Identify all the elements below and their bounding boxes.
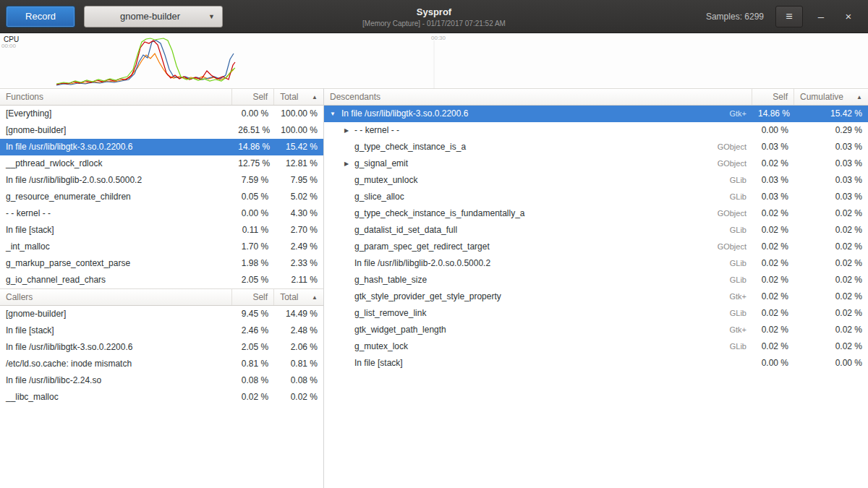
column-header-cumulative[interactable]: Cumulative▲ bbox=[794, 89, 868, 105]
sort-arrow-icon: ▲ bbox=[307, 294, 318, 301]
tree-row[interactable]: g_mutex_unlock GLib 0.03 % 0.03 % bbox=[324, 172, 868, 189]
function-name: g_markup_parse_context_parse bbox=[0, 255, 232, 272]
cpu-graph-canvas bbox=[0, 33, 868, 88]
cumulative-value: 0.02 % bbox=[794, 322, 868, 338]
self-value: 7.59 % bbox=[232, 172, 274, 189]
menu-button[interactable]: ≡ bbox=[775, 6, 803, 27]
cumulative-value: 0.02 % bbox=[794, 205, 868, 222]
table-row[interactable]: g_resource_enumerate_children 0.05 % 5.0… bbox=[0, 189, 323, 205]
tree-row[interactable]: gtk_style_provider_get_style_property Gt… bbox=[324, 288, 868, 305]
close-button[interactable]: × bbox=[839, 10, 858, 22]
self-value: 0.02 % bbox=[752, 305, 794, 322]
descendant-name: g_type_check_instance_is_a bbox=[354, 139, 466, 155]
column-label: Descendants bbox=[330, 92, 380, 102]
library-badge: GLib bbox=[724, 338, 746, 355]
tree-row[interactable]: g_mutex_lock GLib 0.02 % 0.02 % bbox=[324, 338, 868, 355]
table-row-selected[interactable]: In file /usr/lib/libgtk-3.so.0.2200.6 14… bbox=[0, 139, 323, 155]
caller-name: In file /usr/lib/libgtk-3.so.0.2200.6 bbox=[0, 339, 232, 356]
sort-arrow-icon: ▲ bbox=[852, 94, 862, 100]
tree-row[interactable]: g_hash_table_size GLib 0.02 % 0.02 % bbox=[324, 272, 868, 288]
expander-closed-icon[interactable]: ▶ bbox=[344, 155, 354, 172]
table-row[interactable]: In file /usr/lib/libc-2.24.so 0.08 % 0.0… bbox=[0, 372, 323, 389]
table-row[interactable]: [Everything] 0.00 % 100.00 % bbox=[0, 106, 323, 122]
process-selector-dropdown[interactable]: gnome-builder ▼ bbox=[84, 6, 223, 27]
library-badge: Gtk+ bbox=[723, 106, 746, 122]
tree-row[interactable]: g_type_check_instance_is_a GObject 0.03 … bbox=[324, 139, 868, 155]
table-row[interactable]: [gnome-builder] 9.45 % 14.49 % bbox=[0, 306, 323, 322]
caller-name: [gnome-builder] bbox=[0, 306, 232, 322]
expander-closed-icon[interactable]: ▶ bbox=[344, 122, 354, 139]
cumulative-value: 0.03 % bbox=[794, 189, 868, 205]
self-value: 0.02 % bbox=[752, 288, 794, 305]
caller-name: In file [stack] bbox=[0, 322, 232, 339]
total-value: 2.06 % bbox=[274, 339, 323, 356]
tree-row[interactable]: g_param_spec_get_redirect_target GObject… bbox=[324, 239, 868, 255]
table-row[interactable]: In file /usr/lib/libgtk-3.so.0.2200.6 2.… bbox=[0, 339, 323, 356]
descendant-name: g_slice_alloc bbox=[354, 189, 404, 205]
table-row[interactable]: g_io_channel_read_chars 2.05 % 2.11 % bbox=[0, 272, 323, 288]
sort-arrow-icon: ▲ bbox=[307, 94, 318, 100]
table-row[interactable]: g_markup_parse_context_parse 1.98 % 2.33… bbox=[0, 255, 323, 272]
self-value: 9.45 % bbox=[232, 306, 274, 322]
samples-count: Samples: 6299 bbox=[706, 12, 764, 22]
function-name: - - kernel - - bbox=[0, 205, 232, 222]
column-header-self[interactable]: Self bbox=[752, 89, 794, 105]
library-badge: GLib bbox=[724, 222, 746, 239]
tree-row-selected[interactable]: ▼ In file /usr/lib/libgtk-3.so.0.2200.6 … bbox=[324, 106, 868, 122]
table-row[interactable]: In file [stack] 2.46 % 2.48 % bbox=[0, 322, 323, 339]
self-value: 0.02 % bbox=[752, 222, 794, 239]
cpu-graph[interactable]: CPU 00:00 00:30 bbox=[0, 33, 868, 88]
descendants-table-header: Descendants Self Cumulative▲ bbox=[324, 88, 868, 106]
table-row[interactable]: __pthread_rwlock_rdlock 12.75 % 12.81 % bbox=[0, 155, 323, 172]
cumulative-value: 0.02 % bbox=[794, 255, 868, 272]
table-row[interactable]: __libc_malloc 0.02 % 0.02 % bbox=[0, 389, 323, 406]
column-header-self[interactable]: Self bbox=[232, 89, 274, 105]
column-label: Total bbox=[280, 92, 298, 102]
table-row[interactable]: - - kernel - - 0.00 % 4.30 % bbox=[0, 205, 323, 222]
column-header-functions[interactable]: Functions bbox=[0, 89, 232, 105]
column-header-callers[interactable]: Callers bbox=[0, 289, 232, 305]
table-row[interactable]: In file /usr/lib/libglib-2.0.so.0.5000.2… bbox=[0, 172, 323, 189]
tree-row[interactable]: ▶ - - kernel - - 0.00 % 0.29 % bbox=[324, 122, 868, 139]
self-value: 0.02 % bbox=[752, 338, 794, 355]
total-value: 5.02 % bbox=[274, 189, 323, 205]
descendant-name: g_signal_emit bbox=[354, 155, 408, 172]
record-button[interactable]: Record bbox=[6, 6, 75, 27]
minimize-button[interactable]: – bbox=[812, 10, 830, 22]
tree-row[interactable]: ▶ g_signal_emit GObject 0.02 % 0.03 % bbox=[324, 155, 868, 172]
descendant-name: In file [stack] bbox=[354, 355, 403, 372]
tree-row[interactable]: In file /usr/lib/libglib-2.0.so.0.5000.2… bbox=[324, 255, 868, 272]
caller-name: /etc/ld.so.cache: inode mismatch bbox=[0, 356, 232, 372]
self-value: 2.05 % bbox=[232, 339, 274, 356]
expander-open-icon[interactable]: ▼ bbox=[330, 106, 341, 122]
function-name: g_resource_enumerate_children bbox=[0, 189, 232, 205]
column-header-self[interactable]: Self bbox=[232, 289, 274, 305]
tree-row[interactable]: In file [stack] 0.00 % 0.00 % bbox=[324, 355, 868, 372]
hamburger-icon: ≡ bbox=[786, 10, 792, 23]
total-value: 2.33 % bbox=[274, 255, 323, 272]
table-row[interactable]: _int_malloc 1.70 % 2.49 % bbox=[0, 239, 323, 255]
total-value: 2.11 % bbox=[274, 272, 323, 288]
self-value: 0.00 % bbox=[752, 355, 794, 372]
column-header-total[interactable]: Total▲ bbox=[274, 289, 323, 305]
descendant-name: g_list_remove_link bbox=[354, 305, 426, 322]
table-row[interactable]: [gnome-builder] 26.51 % 100.00 % bbox=[0, 122, 323, 139]
tree-row[interactable]: g_type_check_instance_is_fundamentally_a… bbox=[324, 205, 868, 222]
total-value: 0.08 % bbox=[274, 372, 323, 389]
cpu-line-blue bbox=[56, 40, 234, 85]
tree-row[interactable]: g_datalist_id_set_data_full GLib 0.02 % … bbox=[324, 222, 868, 239]
total-value: 2.48 % bbox=[274, 322, 323, 339]
column-header-descendants[interactable]: Descendants bbox=[324, 89, 752, 105]
descendant-name: g_type_check_instance_is_fundamentally_a bbox=[354, 205, 525, 222]
descendant-name: gtk_style_provider_get_style_property bbox=[354, 288, 501, 305]
tree-row[interactable]: gtk_widget_path_length Gtk+ 0.02 % 0.02 … bbox=[324, 322, 868, 338]
self-value: 2.05 % bbox=[232, 272, 274, 288]
column-header-total[interactable]: Total▲ bbox=[274, 89, 323, 105]
tree-row[interactable]: g_slice_alloc GLib 0.03 % 0.03 % bbox=[324, 189, 868, 205]
callers-table-header: Callers Self Total▲ bbox=[0, 288, 323, 306]
table-row[interactable]: In file [stack] 0.11 % 2.70 % bbox=[0, 222, 323, 239]
tree-row[interactable]: g_list_remove_link GLib 0.02 % 0.02 % bbox=[324, 305, 868, 322]
table-row[interactable]: /etc/ld.so.cache: inode mismatch 0.81 % … bbox=[0, 356, 323, 372]
self-value: 0.02 % bbox=[752, 205, 794, 222]
library-badge: GLib bbox=[724, 255, 746, 272]
